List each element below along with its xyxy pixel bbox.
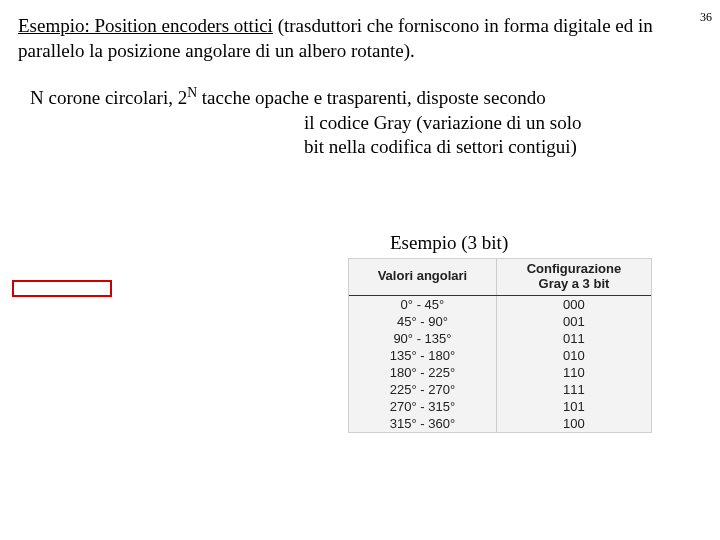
cell-angle: 225° - 270°: [349, 381, 496, 398]
gray-code-table-wrap: Valori angolari Configurazione Gray a 3 …: [348, 258, 652, 433]
description-line1: N corone circolari, 2N tacche opache e t…: [30, 86, 690, 111]
slide-page: 36 Esempio: Position encoders ottici (tr…: [0, 0, 720, 540]
th-gray-line1: Configurazione: [527, 261, 622, 276]
description-line3: bit nella codifica di settori contigui): [30, 135, 690, 160]
table-body: 0° - 45°000 45° - 90°001 90° - 135°011 1…: [349, 295, 651, 432]
table-row: 315° - 360°100: [349, 415, 651, 432]
cell-angle: 0° - 45°: [349, 295, 496, 313]
table-row: 0° - 45°000: [349, 295, 651, 313]
cell-angle: 315° - 360°: [349, 415, 496, 432]
cell-code: 000: [496, 295, 651, 313]
intro-underline: Esempio: Position encoders ottici: [18, 15, 273, 36]
table-header-row: Valori angolari Configurazione Gray a 3 …: [349, 259, 651, 295]
example-label: Esempio (3 bit): [390, 232, 508, 254]
desc-pre: N corone circolari, 2: [30, 87, 187, 108]
table-row: 225° - 270°111: [349, 381, 651, 398]
cell-angle: 135° - 180°: [349, 347, 496, 364]
table-header-gray: Configurazione Gray a 3 bit: [496, 259, 651, 295]
table-header-angles: Valori angolari: [349, 259, 496, 295]
cell-code: 110: [496, 364, 651, 381]
table-row: 135° - 180°010: [349, 347, 651, 364]
table-row: 45° - 90°001: [349, 313, 651, 330]
cell-code: 111: [496, 381, 651, 398]
cell-angle: 270° - 315°: [349, 398, 496, 415]
th-gray-line2: Gray a 3 bit: [539, 276, 610, 291]
cell-code: 011: [496, 330, 651, 347]
table-row: 180° - 225°110: [349, 364, 651, 381]
description-line2: il codice Gray (variazione di un solo: [30, 111, 690, 136]
desc-post: tacche opache e trasparenti, disposte se…: [197, 87, 546, 108]
cell-angle: 45° - 90°: [349, 313, 496, 330]
desc-sup: N: [187, 85, 197, 100]
cell-code: 010: [496, 347, 651, 364]
description-paragraph: N corone circolari, 2N tacche opache e t…: [30, 86, 690, 160]
th-angles-text: Valori angolari: [378, 268, 468, 283]
intro-paragraph: Esempio: Position encoders ottici (trasd…: [18, 14, 708, 63]
gray-code-table: Valori angolari Configurazione Gray a 3 …: [349, 259, 651, 432]
cell-code: 101: [496, 398, 651, 415]
table-row: 270° - 315°101: [349, 398, 651, 415]
cell-angle: 90° - 135°: [349, 330, 496, 347]
cell-code: 100: [496, 415, 651, 432]
cell-code: 001: [496, 313, 651, 330]
table-row: 90° - 135°011: [349, 330, 651, 347]
cell-angle: 180° - 225°: [349, 364, 496, 381]
red-rectangle-marker: [12, 280, 112, 297]
